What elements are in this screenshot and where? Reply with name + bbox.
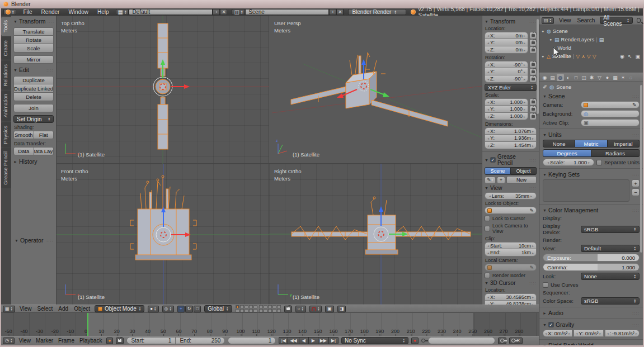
rotation-x-field[interactable]: X:-90°	[485, 61, 528, 68]
unit-scale-field[interactable]: Scale:1.000	[543, 159, 594, 166]
layer-toggle[interactable]	[268, 305, 272, 308]
panel-header-scene[interactable]: Scene	[543, 93, 640, 99]
layer-toggle[interactable]	[253, 305, 257, 308]
layers-widget[interactable]	[236, 305, 281, 312]
frame-start-field[interactable]: Start:1	[126, 337, 176, 344]
menu-window[interactable]: Window	[66, 9, 91, 15]
opengl-render-button[interactable]: ▣	[325, 306, 334, 312]
menu-help[interactable]: Help	[95, 9, 111, 15]
local-camera-field[interactable]: ✎	[485, 264, 537, 271]
tab-world-icon[interactable]: ◐	[565, 74, 572, 81]
layer-toggle[interactable]	[253, 309, 257, 312]
editor-type-button[interactable]: ▤	[542, 17, 554, 24]
gravity-x-field[interactable]: X:0m/s²	[543, 330, 572, 337]
insert-keyframe-button[interactable]	[498, 338, 506, 344]
outliner-menu-search[interactable]: Search	[576, 17, 596, 23]
screen-layout-name-field[interactable]: Default	[129, 9, 213, 15]
duplicate-button[interactable]: Duplicate	[13, 76, 54, 84]
lock-icon[interactable]	[529, 113, 537, 120]
data-layout-button[interactable]: Data Layo	[34, 147, 54, 155]
lock-camera-checkbox[interactable]	[485, 226, 490, 231]
visibility-eye-icon[interactable]: ◉	[620, 54, 624, 59]
join-button[interactable]: Join	[13, 104, 54, 112]
viewport-shading-button[interactable]: ●	[148, 306, 158, 312]
jump-to-start-button[interactable]: |◀	[279, 337, 288, 344]
quad-user-persp[interactable]: User Persp Meters (1) Satellite	[269, 16, 482, 164]
separate-units-checkbox[interactable]	[596, 160, 602, 165]
outliner-menu-view[interactable]: View	[558, 17, 572, 23]
view-transform-select[interactable]: Default	[581, 245, 640, 252]
layer-toggle[interactable]	[259, 309, 263, 312]
keying-sets-list[interactable]	[543, 179, 629, 202]
lock-layers-button[interactable]	[284, 306, 292, 312]
layer-toggle[interactable]	[272, 305, 276, 308]
panel-header-rigid-body-world[interactable]: Rigid Body World	[543, 342, 640, 345]
panel-header-edit[interactable]: Edit	[13, 66, 54, 73]
tab-physics[interactable]: Physics	[1, 122, 11, 148]
grease-pencil-checkbox[interactable]	[490, 157, 496, 163]
proportional-edit-button[interactable]: ○	[295, 306, 306, 312]
view3d-menu-add[interactable]: Add	[57, 306, 69, 312]
scale-z-field[interactable]: Z:1.000	[485, 113, 528, 120]
panel-header-color-management[interactable]: Color Management	[543, 207, 640, 213]
disclosure-icon[interactable]: ●	[540, 54, 545, 58]
scale-x-field[interactable]: X:1.000	[485, 98, 528, 106]
manipulator-rotate-button[interactable]: ↻	[185, 306, 194, 312]
panel-header-operator[interactable]: Operator	[15, 237, 54, 244]
rotate-button[interactable]: Rotate	[13, 36, 54, 44]
scene-browse-button[interactable]: ◫	[232, 9, 245, 15]
transform-orientation-select[interactable]: Global	[204, 305, 232, 312]
layer-toggle[interactable]	[240, 309, 244, 312]
panel-header-keying-sets[interactable]: Keying Sets	[543, 171, 640, 178]
view3d-menu-object[interactable]: Object	[73, 306, 91, 312]
tab-render-icon[interactable]: ◉	[541, 74, 548, 81]
dimension-z-field[interactable]: Z:1.454m	[485, 142, 537, 149]
lock-to-cursor-checkbox[interactable]	[485, 216, 490, 221]
panel-header-3d-cursor[interactable]: 3D Cursor	[485, 280, 537, 286]
editor-type-button[interactable]: ◷	[3, 338, 15, 344]
delete-keyframe-button[interactable]: ✕	[509, 338, 523, 344]
grease-scene-toggle[interactable]: Scene	[485, 167, 511, 175]
panel-header-view[interactable]: View	[485, 185, 537, 191]
scale-y-field[interactable]: Y:1.000	[485, 106, 528, 113]
lock-icon[interactable]	[529, 75, 537, 83]
timeline-menu-marker[interactable]: Marker	[35, 338, 54, 344]
clip-start-field[interactable]: Start:10cm	[485, 242, 537, 249]
lock-icon[interactable]	[529, 61, 537, 68]
eyedropper-icon[interactable]: ✎	[632, 102, 637, 108]
shade-smooth-button[interactable]: Smooth	[13, 131, 34, 139]
look-select[interactable]: None	[581, 273, 640, 280]
keying-lock-button[interactable]	[116, 338, 124, 344]
layer-toggle[interactable]	[236, 305, 239, 308]
translate-button[interactable]: Translate	[13, 27, 54, 36]
grease-crosshair-icon[interactable]: +	[497, 177, 505, 184]
remove-keying-set-button[interactable]: −	[632, 188, 640, 196]
layer-toggle[interactable]	[240, 305, 244, 308]
gamma-slider[interactable]: Gamma: 1.000	[543, 263, 640, 271]
display-device-select[interactable]: sRGB	[581, 226, 640, 233]
tab-object-icon[interactable]: □	[572, 74, 580, 81]
units-metric-button[interactable]: Metric	[575, 140, 607, 148]
tab-modifiers-icon[interactable]: ✱	[588, 74, 595, 81]
layer-toggle[interactable]	[264, 305, 267, 308]
panel-header-transform[interactable]: Transform	[13, 18, 54, 25]
current-frame-field[interactable]: 1	[228, 337, 276, 344]
rotation-z-field[interactable]: Z:-90°	[485, 75, 528, 83]
auto-keyframe-button[interactable]: ●	[106, 338, 114, 344]
dimension-x-field[interactable]: X:1.076m	[485, 127, 537, 135]
rotation-mode-select[interactable]: XYZ Euler	[485, 84, 537, 91]
record-button[interactable]: ●	[411, 338, 419, 344]
lock-icon[interactable]	[529, 39, 537, 46]
layer-toggle[interactable]	[236, 309, 239, 312]
cursor-x-field[interactable]: X:30.4595cm	[485, 293, 537, 301]
grease-new-button[interactable]: New	[506, 176, 537, 184]
timeline-menu-playback[interactable]: Playback	[78, 338, 104, 344]
disclosure-icon[interactable]: ●	[540, 29, 545, 33]
units-degrees-button[interactable]: Degrees	[543, 149, 591, 157]
layer-toggle[interactable]	[245, 305, 248, 308]
delete-layout-button[interactable]: ✕	[220, 9, 227, 15]
data-button[interactable]: Data	[13, 147, 34, 155]
screen-layout-browse-button[interactable]: ▦	[116, 9, 129, 15]
mirror-button[interactable]: Mirror	[13, 55, 54, 64]
add-scene-button[interactable]: +	[329, 9, 336, 15]
